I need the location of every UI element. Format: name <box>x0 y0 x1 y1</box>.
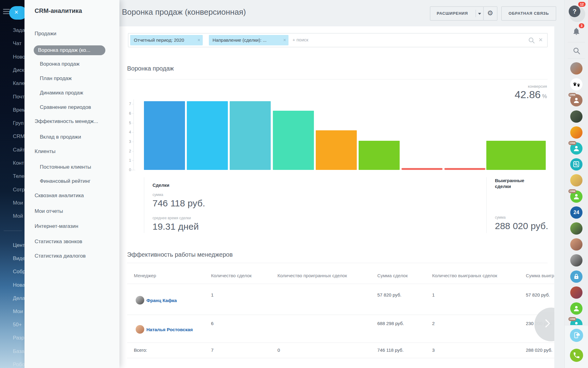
menu-item-4[interactable]: Динамика продаж <box>40 90 83 96</box>
filter-chip-period[interactable]: Отчетный период: 2020 × <box>130 35 203 45</box>
menu-item-8[interactable]: Клиенты <box>35 148 55 155</box>
deals-summary-title: Сделки <box>153 182 169 188</box>
sidebar-item[interactable]: Груп <box>13 120 24 126</box>
cartoon-avatar[interactable] <box>570 174 582 186</box>
sidebar-item[interactable]: Зада <box>13 27 24 33</box>
menu-item-3[interactable]: План продаж <box>40 75 72 82</box>
user-avatar-photo[interactable] <box>570 62 582 75</box>
menu-item-10[interactable]: Финансовый рейтинг <box>40 178 91 184</box>
notifications-button[interactable] <box>572 27 581 37</box>
help-button[interactable]: ? 12 <box>565 0 588 25</box>
sidebar-item[interactable]: Теле <box>13 173 24 179</box>
sidebar-item[interactable]: Мои <box>13 309 24 315</box>
sidebar-item[interactable]: Робо <box>13 362 24 368</box>
user-avatar-photo[interactable] <box>570 286 582 299</box>
funnel-bar-stage-7-lost[interactable] <box>401 168 443 170</box>
hamburger-menu-icon[interactable] <box>3 9 10 15</box>
funnel-bar-stage-2[interactable] <box>187 101 228 170</box>
clear-filter-icon[interactable]: × <box>539 36 543 44</box>
menu-item-5[interactable]: Сравнение периодов <box>40 104 91 110</box>
sidebar-item[interactable]: Ново <box>13 54 24 60</box>
mobile-app-icon[interactable] <box>570 329 583 342</box>
feedback-button[interactable]: ОБРАТНАЯ СВЯЗЬ <box>501 6 556 21</box>
funnel-bar-won-deals[interactable] <box>486 141 546 170</box>
menu-item-0[interactable]: Продажи <box>35 31 56 37</box>
menu-item-2[interactable]: Воронка продаж <box>40 61 80 67</box>
settings-button[interactable]: ⚙ <box>483 6 497 21</box>
menu-item-6[interactable]: Эффективность менедж... <box>35 118 98 125</box>
user-avatar-photo[interactable] <box>570 222 582 235</box>
sidebar-item[interactable]: Врем <box>13 107 24 113</box>
funnel-bar-stage-1[interactable] <box>144 101 185 170</box>
paws-avatar[interactable] <box>570 78 582 90</box>
menu-item-12[interactable]: Мои отчеты <box>35 208 63 214</box>
sidebar-item[interactable]: Кале <box>13 80 24 86</box>
person-icon <box>573 97 580 104</box>
y-axis-tick-label: 5 <box>124 121 131 125</box>
conversion-block: конверсия 42.86 % <box>514 84 547 101</box>
menu-item-7[interactable]: Вклад в продажи <box>40 134 81 140</box>
sidebar-item[interactable]: Разр <box>13 335 24 341</box>
menu-item-9[interactable]: Постоянные клиенты <box>40 164 91 170</box>
user-avatar-photo[interactable] <box>570 254 582 266</box>
sidebar-item[interactable]: Диск <box>13 67 24 73</box>
sidebar-item[interactable]: Сайт <box>13 147 24 153</box>
sidebar-item[interactable]: Собр <box>13 269 24 275</box>
main-sidebar: × ЗадаЧатНовоДискКалеПочтВремГрупCRMСайт… <box>0 0 24 368</box>
contact-avatar[interactable] <box>570 302 582 315</box>
sidebar-item[interactable]: Конт <box>13 160 24 166</box>
sidebar-item[interactable]: CRM <box>13 133 24 140</box>
sidebar-item[interactable]: Почт <box>13 94 24 100</box>
chip-close-icon[interactable]: × <box>283 35 286 45</box>
sidebar-item[interactable]: Мой <box>13 213 24 219</box>
column-header: Менеджер <box>134 273 156 278</box>
user-avatar-photo[interactable] <box>570 126 582 139</box>
funnel-bar-stage-4[interactable] <box>273 111 314 170</box>
crm-contact-avatar[interactable]: CRM <box>570 142 582 155</box>
crm-analytics-menu-panel: CRM-аналитика ПродажиВоронка продаж (ко.… <box>24 0 119 368</box>
chevron-down-icon[interactable] <box>478 13 481 15</box>
total-cell-won: 3 <box>432 347 435 353</box>
crm-contact-avatar[interactable]: CRM <box>570 94 582 106</box>
menu-item-15[interactable]: Статистика диалогов <box>35 253 86 259</box>
filter-chip-direction[interactable]: Направление (сделки): ... × <box>209 35 288 45</box>
extensions-button[interactable]: РАСШИРЕНИЯ <box>430 6 484 21</box>
rail-search-button[interactable] <box>573 47 581 56</box>
telephony-icon[interactable] <box>570 349 583 362</box>
crm-contact-avatar[interactable]: CRM <box>570 190 582 203</box>
funnel-bar-stage-8-lost[interactable] <box>444 168 485 170</box>
sidebar-item[interactable]: Сотр <box>13 187 24 193</box>
bitrix24-avatar[interactable]: 24 <box>570 206 582 219</box>
sidebar-item[interactable]: Цент <box>13 242 24 248</box>
funnel-bar-stage-6[interactable] <box>359 141 400 170</box>
sidebar-item[interactable]: База <box>13 348 24 355</box>
y-axis-tick-label: 2 <box>124 149 131 153</box>
menu-item-13[interactable]: Интернет-магазин <box>35 223 78 229</box>
user-avatar-photo[interactable] <box>570 110 582 123</box>
screen-share-search-avatar[interactable] <box>570 158 582 171</box>
search-icon <box>573 47 581 55</box>
user-avatar-photo[interactable] <box>570 238 582 251</box>
funnel-bar-stage-5[interactable] <box>316 130 357 170</box>
search-icon[interactable] <box>528 37 535 45</box>
filter-search-bar[interactable]: Отчетный период: 2020 × Направление (сде… <box>128 33 548 47</box>
sidebar-item[interactable]: Виде <box>13 255 24 262</box>
chip-close-icon[interactable]: × <box>198 35 200 45</box>
funnel-bar-stage-3[interactable] <box>230 101 271 170</box>
sidebar-item[interactable]: Нова <box>13 282 24 288</box>
menu-item-11[interactable]: Сквозная аналитика <box>35 193 84 199</box>
menu-item-14[interactable]: Статистика звонков <box>35 239 82 245</box>
menu-item-selected[interactable]: Воронка продаж (ко... <box>34 45 105 55</box>
sidebar-item[interactable]: Мои <box>13 200 24 206</box>
sidebar-item[interactable]: Дела <box>13 295 24 301</box>
column-header: Количество сделок <box>211 273 252 278</box>
manager-name-link[interactable]: Наталья Ростовская <box>146 327 193 332</box>
sidebar-item[interactable]: 50+ <box>13 322 24 328</box>
close-menu-button[interactable]: × <box>9 6 24 20</box>
section-divider <box>127 263 548 263</box>
deals-avg-label: среднее время сделки <box>153 216 191 220</box>
sidebar-item[interactable]: Чат <box>13 40 24 47</box>
table-cell-won: 2 <box>432 321 435 326</box>
lock-avatar[interactable] <box>570 270 582 283</box>
manager-name-link[interactable]: Франц Кафка <box>146 298 177 303</box>
